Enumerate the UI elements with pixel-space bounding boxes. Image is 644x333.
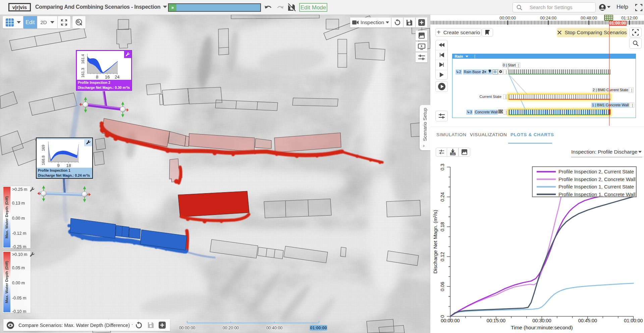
svg-text:Profile Inspection 1, Current: Profile Inspection 1, Current State xyxy=(558,184,634,189)
svg-text:0.24: 0.24 xyxy=(440,192,445,202)
svg-text:9: 9 xyxy=(57,163,59,168)
svg-text:00:20:00: 00:20:00 xyxy=(223,326,239,330)
svg-text:24: 24 xyxy=(115,74,119,79)
svg-text:00:00:00: 00:00:00 xyxy=(179,326,196,330)
svg-text:Profile Inspection 1, Concrete: Profile Inspection 1, Concrete Wall xyxy=(558,191,636,197)
svg-text:Discharge Net Magn. (m³/s): Discharge Net Magn. (m³/s) xyxy=(432,210,438,274)
svg-text:18: 18 xyxy=(66,163,71,168)
svg-text:0.12: 0.12 xyxy=(440,252,445,261)
svg-text:169: 169 xyxy=(41,145,45,151)
svg-text:0: 0 xyxy=(440,315,445,318)
svg-text:0.3: 0.3 xyxy=(440,164,445,170)
svg-text:Time (hour:minute:second): Time (hour:minute:second) xyxy=(511,325,573,330)
svg-text:01:00:00: 01:00:00 xyxy=(624,318,643,323)
svg-text:8: 8 xyxy=(96,74,98,79)
svg-text:0.18: 0.18 xyxy=(440,222,445,231)
svg-text:01:00:00: 01:00:00 xyxy=(310,326,327,330)
svg-text:161.3: 161.3 xyxy=(81,68,85,78)
svg-text:00:15:00: 00:15:00 xyxy=(487,318,505,323)
svg-text:Profile Inspection 2, Current: Profile Inspection 2, Current State xyxy=(558,169,634,174)
svg-text:00:30:00: 00:30:00 xyxy=(532,318,551,323)
svg-text:CSV: CSV xyxy=(450,153,455,155)
svg-text:161.4: 161.4 xyxy=(81,54,85,64)
svg-text:0.06: 0.06 xyxy=(440,282,445,291)
svg-text:Profile Inspection 2, Concrete: Profile Inspection 2, Concrete Wall xyxy=(558,176,636,182)
svg-text:00:45:00: 00:45:00 xyxy=(578,318,597,323)
svg-text:00:40:00: 00:40:00 xyxy=(266,326,283,330)
svg-text:168.8: 168.8 xyxy=(41,156,45,165)
svg-text:16: 16 xyxy=(105,74,110,79)
svg-text:00:00:00: 00:00:00 xyxy=(441,318,460,323)
